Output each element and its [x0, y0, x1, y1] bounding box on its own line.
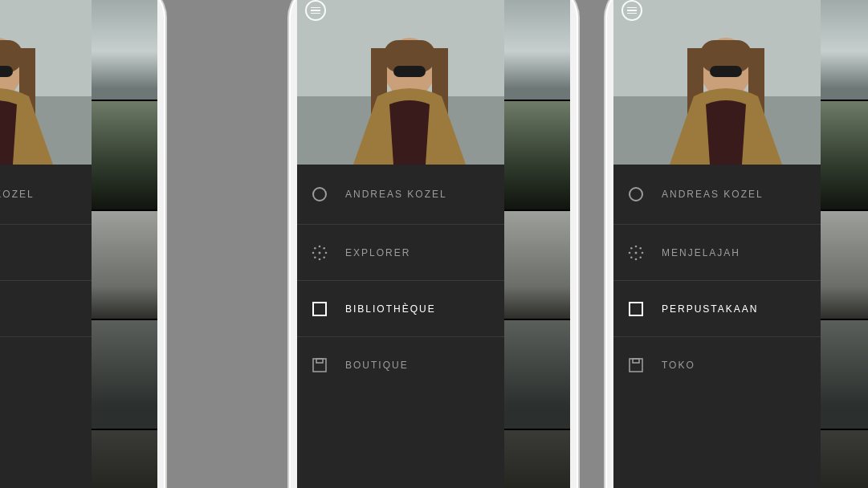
avatar[interactable] — [613, 0, 821, 165]
nav-explore[interactable]: EXPLORER — [297, 224, 504, 280]
three-phone-layout: ANDREAS KOZEL 探索 图库 — [0, 0, 868, 488]
avatar[interactable] — [297, 0, 504, 165]
nav-profile[interactable]: ANDREAS KOZEL — [0, 165, 92, 224]
svg-point-45 — [314, 247, 316, 250]
sidebar: ANDREAS KOZEL MENJELAJAH PERPUSTAKAAN — [613, 0, 821, 488]
svg-point-76 — [635, 251, 638, 254]
svg-point-39 — [323, 247, 325, 250]
svg-rect-49 — [316, 359, 323, 363]
sidebar: ANDREAS KOZEL 探索 图库 — [0, 0, 92, 488]
nav-label: ANDREAS KOZEL — [662, 189, 764, 200]
storefront-icon — [312, 357, 328, 373]
square-outline-icon — [312, 301, 328, 317]
avatar[interactable] — [0, 0, 92, 165]
phone-frame: ANDREAS KOZEL MENJELAJAH PERPUSTAKAAN — [605, 0, 868, 488]
circle-outline-icon — [628, 186, 644, 202]
dotted-ring-icon — [312, 245, 328, 261]
svg-point-42 — [319, 258, 321, 260]
storefront-icon — [628, 357, 644, 373]
sidebar: ANDREAS KOZEL EXPLORER BIBLIOTHÈQUE — [297, 0, 504, 488]
phone-frame: ANDREAS KOZEL EXPLORER BIBLIOTHÈQUE — [289, 0, 578, 488]
hamburger-circle-icon[interactable] — [305, 0, 326, 21]
circle-outline-icon — [312, 186, 328, 202]
svg-rect-6 — [0, 66, 13, 77]
svg-point-43 — [314, 256, 316, 258]
nav-profile[interactable]: ANDREAS KOZEL — [613, 165, 821, 224]
nav-label: ANDREAS KOZEL — [345, 189, 447, 200]
svg-point-38 — [319, 245, 321, 247]
svg-point-75 — [630, 247, 633, 250]
svg-point-73 — [630, 256, 633, 258]
svg-point-41 — [323, 256, 325, 258]
nav-profile[interactable]: ANDREAS KOZEL — [297, 165, 504, 224]
phone-screen: ANDREAS KOZEL MENJELAJAH PERPUSTAKAAN — [613, 0, 868, 488]
nav-store[interactable]: 商店 — [0, 336, 92, 392]
svg-point-68 — [635, 245, 638, 247]
svg-point-69 — [639, 247, 642, 250]
nav-list: ANDREAS KOZEL MENJELAJAH PERPUSTAKAAN — [613, 165, 821, 488]
svg-rect-48 — [313, 359, 326, 372]
svg-point-70 — [642, 251, 644, 254]
svg-point-40 — [325, 251, 328, 254]
svg-rect-77 — [630, 303, 642, 315]
svg-rect-78 — [630, 359, 642, 372]
nav-store[interactable]: BOUTIQUE — [297, 336, 504, 392]
nav-label: EXPLORER — [345, 247, 410, 258]
phone-frame: ANDREAS KOZEL 探索 图库 — [0, 0, 165, 488]
nav-library[interactable]: BIBLIOTHÈQUE — [297, 280, 504, 336]
nav-store[interactable]: TOKO — [613, 336, 821, 392]
nav-list: ANDREAS KOZEL EXPLORER BIBLIOTHÈQUE — [297, 165, 504, 488]
svg-point-72 — [635, 258, 638, 260]
nav-label: ANDREAS KOZEL — [0, 189, 35, 200]
nav-list: ANDREAS KOZEL 探索 图库 — [0, 165, 92, 488]
nav-library[interactable]: 图库 — [0, 280, 92, 336]
nav-library[interactable]: PERPUSTAKAAN — [613, 280, 821, 336]
svg-point-67 — [630, 188, 642, 201]
hamburger-circle-icon[interactable] — [621, 0, 642, 21]
svg-rect-79 — [633, 359, 639, 363]
svg-point-74 — [629, 251, 631, 254]
nav-explore[interactable]: MENJELAJAH — [613, 224, 821, 280]
nav-label: TOKO — [662, 360, 695, 371]
nav-label: BOUTIQUE — [345, 360, 409, 371]
nav-label: MENJELAJAH — [662, 247, 740, 258]
svg-point-44 — [312, 251, 315, 254]
svg-rect-36 — [393, 66, 426, 77]
dotted-ring-icon — [628, 245, 644, 261]
nav-explore[interactable]: 探索 — [0, 224, 92, 280]
svg-point-71 — [639, 256, 642, 258]
nav-label: PERPUSTAKAAN — [662, 303, 758, 315]
svg-point-37 — [313, 188, 326, 201]
nav-label: BIBLIOTHÈQUE — [345, 303, 436, 315]
square-outline-icon — [628, 301, 644, 317]
phone-screen: ANDREAS KOZEL EXPLORER BIBLIOTHÈQUE — [297, 0, 570, 488]
svg-rect-47 — [313, 303, 326, 315]
svg-point-46 — [319, 251, 321, 254]
phone-screen: ANDREAS KOZEL 探索 图库 — [0, 0, 157, 488]
svg-rect-66 — [710, 66, 742, 77]
